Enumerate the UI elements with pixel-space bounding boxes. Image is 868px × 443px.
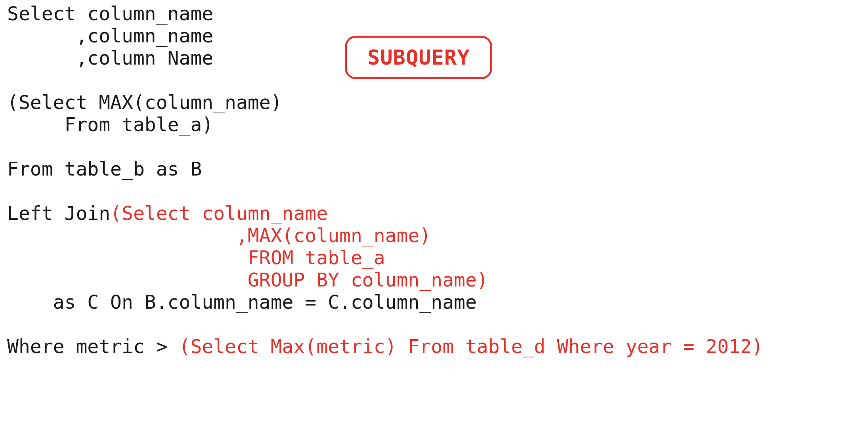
code-line-03: ,column Name (7, 47, 213, 69)
code-line-13: GROUP BY column_name) (7, 269, 488, 291)
code-line-10a: Left Join (7, 202, 110, 224)
code-line-11: ,MAX(column_name) (7, 224, 431, 246)
code-line-01: Select column_name (7, 2, 213, 25)
code-line-10b: (Select column_name (110, 202, 328, 224)
code-line-12: FROM table_a (7, 246, 385, 269)
code-line-14: as C On B.column_name = C.column_name (7, 291, 477, 313)
code-line-16a: Where metric > (7, 335, 179, 357)
code-line-06: From table_a) (7, 113, 213, 136)
code-line-05: (Select MAX(column_name) (7, 91, 282, 113)
sql-code-block: Select column_name ,column_name ,column … (7, 2, 763, 357)
code-line-08: From table_b as B (7, 158, 202, 180)
code-line-02: ,column_name (7, 25, 213, 47)
code-line-16b: (Select Max(metric) From table_d Where y… (179, 335, 763, 357)
